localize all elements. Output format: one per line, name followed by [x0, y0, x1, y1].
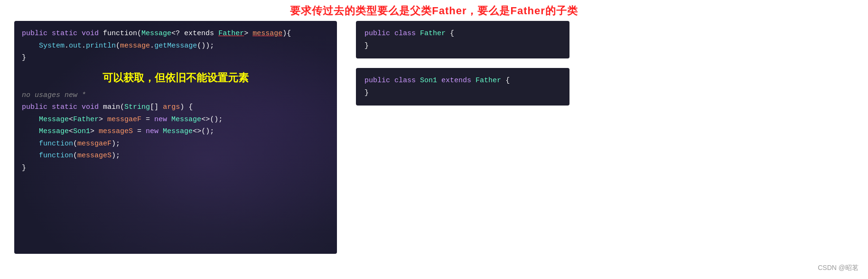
lt1: < — [69, 115, 73, 124]
father-line1: public class Father { — [364, 28, 561, 40]
keyword-public2: public — [22, 103, 47, 111]
keyword-static2: static — [52, 103, 82, 111]
eq1: = — [141, 115, 154, 124]
call2-parens: ( — [73, 152, 77, 160]
system-out-println: System — [39, 42, 65, 50]
code-line-call2: function(messageS); — [22, 150, 329, 162]
father-close: } — [364, 42, 369, 50]
page-title: 要求传过去的类型要么是父类Father，要么是Father的子类 — [0, 0, 868, 21]
keyword-new2: new — [146, 127, 159, 135]
main-content: public static void function(Message<? ex… — [0, 21, 868, 254]
main-close: ) { — [180, 103, 193, 111]
gt2: > — [90, 127, 94, 135]
son1-line1: public class Son1 extends Father { — [364, 75, 561, 87]
son1-line2: } — [364, 87, 561, 99]
var-call1: messgaeF — [77, 140, 112, 148]
punct-generic: <? extends — [171, 29, 218, 38]
diamond1: <>(); — [201, 115, 223, 124]
code-line-final-brace: } — [22, 162, 329, 174]
eq2: = — [133, 127, 146, 135]
code-line-call1: function(messgaeF); — [22, 138, 329, 150]
punct-paren-close: ){ — [282, 29, 291, 38]
punct-gt: > — [244, 29, 252, 38]
call2-close: ); — [112, 152, 120, 160]
type-father-r2: Father — [476, 77, 501, 85]
type-son1-r: Son1 — [420, 77, 437, 85]
punct-function: function( — [103, 29, 141, 38]
father-open: { — [450, 29, 454, 38]
code-line-son1: Message<Son1> messageS = new Message<>()… — [22, 125, 329, 138]
parens: ( — [116, 42, 120, 50]
kw-class-r1: class — [394, 29, 420, 38]
var-messages: messageS — [94, 127, 133, 135]
kw-extends-r: extends — [441, 77, 476, 85]
diamond2: <>(); — [193, 127, 214, 135]
bracket: [] — [150, 103, 163, 111]
left-code-block: public static void function(Message<? ex… — [14, 21, 337, 254]
var-mssgaef: messgaeF — [103, 115, 141, 124]
main-fn: main( — [103, 103, 124, 111]
type-father2: Father — [73, 115, 99, 124]
type-message: Message — [141, 29, 171, 38]
fn-call1: function — [39, 140, 73, 148]
keyword-void2: void — [82, 103, 99, 111]
code-line-3: } — [22, 52, 329, 64]
keyword-new1: new — [154, 115, 167, 124]
annotation-yellow: 可以获取，但依旧不能设置元素 — [22, 64, 329, 89]
keyword-static: static — [52, 29, 82, 38]
close2: ()); — [197, 42, 214, 50]
final-brace: } — [22, 164, 26, 172]
out: out — [69, 42, 82, 50]
right-code-block-father: public class Father { } — [356, 21, 569, 58]
lt2: < — [69, 127, 73, 135]
gt1: > — [99, 115, 103, 124]
type-msg-s: Message — [39, 127, 69, 135]
type-msg-new1: Message — [167, 115, 201, 124]
no-usages: no usages new * — [22, 89, 329, 102]
close-brace-1: } — [22, 54, 26, 62]
code-line-2: System.out.println(message.getMessage())… — [22, 40, 329, 52]
dot2: . — [82, 42, 86, 50]
kw-public-r1: public — [364, 29, 390, 38]
keyword-public: public — [22, 29, 47, 38]
var-call2: messageS — [77, 152, 112, 160]
call1-parens: ( — [73, 140, 77, 148]
kw-class-r2: class — [394, 77, 420, 85]
type-msg-new2: Message — [159, 127, 193, 135]
son1-close: } — [364, 89, 369, 97]
right-panel: public class Father { } public class Son… — [356, 21, 854, 106]
right-code-block-son1: public class Son1 extends Father { } — [356, 68, 569, 106]
father-line2: } — [364, 40, 561, 52]
type-father: Father — [218, 29, 244, 38]
code-line-1: public static void function(Message<? ex… — [22, 28, 329, 40]
left-code-content: public static void function(Message<? ex… — [14, 21, 337, 181]
type-son1: Son1 — [73, 127, 90, 135]
var-args: args — [163, 103, 180, 111]
dot1: . — [65, 42, 69, 50]
code-line-father: Message<Father> messgaeF = new Message<>… — [22, 114, 329, 126]
type-msg-f: Message — [39, 115, 69, 124]
csdn-watermark: CSDN @昭茗 — [818, 264, 859, 272]
fn-call2: function — [39, 152, 73, 160]
code-line-main: public static void main(String[] args) { — [22, 101, 329, 114]
kw-public-r2: public — [364, 77, 390, 85]
var-message: message — [252, 29, 282, 38]
var-message2: message — [120, 42, 150, 50]
son1-open: { — [505, 77, 510, 85]
dot3: . — [150, 42, 154, 50]
type-string: String — [124, 103, 150, 111]
call1-close: ); — [112, 140, 120, 148]
keyword-void: void — [82, 29, 99, 38]
println: println — [86, 42, 116, 50]
type-father-r1: Father — [420, 29, 446, 38]
getmessage: getMessage — [154, 42, 197, 50]
